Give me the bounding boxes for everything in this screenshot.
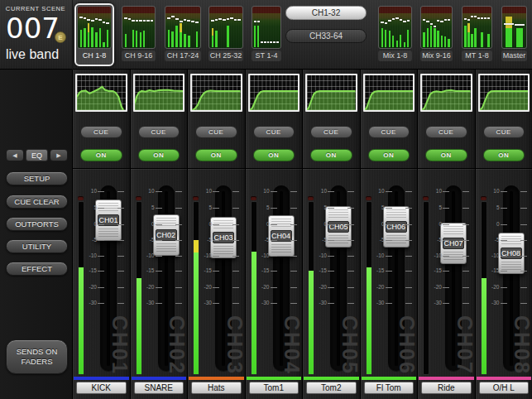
cue-clear-button[interactable]: CUE CLEAR (6, 195, 68, 209)
eq-curve-thumbnail[interactable] (305, 74, 357, 112)
fader-scale-tick (156, 287, 162, 288)
sidebar: ◀ EQ ▶ SETUPCUE CLEAROUTPORTSUTILITYEFFE… (0, 70, 73, 399)
cue-button[interactable]: CUE (195, 126, 237, 138)
mini-meter-bar (218, 8, 222, 47)
view-button-ch1-32[interactable]: CH1-32 (285, 6, 367, 20)
fader-scale-label: -30 (371, 300, 385, 305)
on-button[interactable]: ON (195, 149, 237, 161)
fader-scale-label: -15 (429, 267, 442, 273)
bank-tab-mix-9-16[interactable]: Mix 9-16 (418, 3, 455, 66)
on-button[interactable]: ON (310, 149, 352, 161)
outports-button[interactable]: OUTPORTS (6, 217, 68, 231)
sends-on-faders-button[interactable]: SENDS ON FADERS (6, 339, 68, 374)
fader-scale-tick (520, 240, 527, 241)
mini-meter-bar (471, 8, 473, 47)
cue-button[interactable]: CUE (483, 126, 525, 138)
fader-scale-tick (520, 287, 527, 288)
fader-cap[interactable]: CH08 (498, 233, 525, 274)
strip-divider (418, 168, 475, 169)
fader-scale-tick (347, 303, 354, 304)
bank-tab-mix-1-8[interactable]: Mix 1-8 (376, 3, 415, 66)
on-button[interactable]: ON (483, 149, 525, 161)
fader-scale-tick (175, 191, 182, 192)
fader-cap[interactable]: CH04 (268, 215, 295, 257)
cue-button[interactable]: CUE (80, 126, 122, 138)
mini-meter-bar (381, 8, 384, 47)
mini-meter-bar (143, 8, 146, 47)
mini-meter-bar (276, 8, 279, 47)
bank-tab-ch-1-8[interactable]: CH 1-8 (74, 3, 114, 66)
bank-tab-mini-meter (501, 6, 527, 49)
channel-name[interactable]: KICK (76, 382, 127, 394)
channel-color-bar (419, 377, 474, 380)
fader-scale-tick (117, 208, 124, 209)
bank-tab-ch-25-32[interactable]: CH 25-32 (206, 3, 246, 66)
channel-color-bar (304, 377, 359, 380)
channel-name[interactable]: O/H L (479, 382, 530, 394)
eq-curve-thumbnail[interactable] (75, 74, 127, 112)
on-button[interactable]: ON (253, 149, 295, 161)
scene-number: 007 (6, 12, 60, 45)
channel-name[interactable]: Fl Tom (364, 382, 415, 394)
eq-curve-thumbnail[interactable] (248, 74, 300, 112)
fader-scale-tick (213, 224, 219, 225)
fader-cap[interactable]: CH07 (440, 223, 467, 264)
mini-meter-bar (184, 8, 187, 47)
fader-scale-tick (386, 240, 392, 241)
view-button-ch33-64[interactable]: CH33-64 (285, 29, 367, 43)
channel-name[interactable]: SNARE (134, 382, 185, 394)
channel-color-bar (247, 377, 302, 380)
fader-cap[interactable]: CH05 (325, 206, 352, 248)
eq-prev-arrow-icon[interactable]: ◀ (6, 149, 24, 161)
cue-button[interactable]: CUE (368, 126, 410, 138)
fader-cap[interactable]: CH03 (210, 217, 237, 258)
eq-curve-thumbnail[interactable] (190, 74, 242, 112)
fader-scale-tick (175, 256, 182, 257)
eq-curve-thumbnail[interactable] (478, 74, 530, 112)
fader-scale-tick (271, 303, 277, 304)
fader-scale-tick (328, 303, 334, 304)
channel-name[interactable]: Ride (421, 382, 472, 394)
fader-cap[interactable]: CH06 (383, 206, 410, 248)
eq-next-arrow-icon[interactable]: ▶ (50, 149, 68, 161)
fader-scale-tick (117, 287, 124, 288)
channel-name[interactable]: Hats (191, 382, 242, 394)
effect-button[interactable]: EFFECT (6, 262, 68, 276)
fader-cap[interactable]: CH01 (95, 200, 122, 241)
bank-tab-ch-9-16[interactable]: CH 9-16 (119, 3, 158, 66)
fader-cap[interactable]: CH02 (153, 214, 180, 256)
cue-button[interactable]: CUE (425, 126, 467, 138)
fader-scale-label: -5 (486, 237, 500, 243)
fader-scale-tick (290, 287, 297, 288)
fader-scale-tick (98, 256, 104, 257)
fader-scale-tick (501, 271, 507, 272)
fader-scale-tick (405, 240, 412, 241)
setup-button[interactable]: SETUP (6, 171, 68, 185)
fader-scale-tick (443, 240, 449, 241)
mini-meter-bar (132, 8, 135, 47)
fader-scale-tick (328, 191, 334, 192)
fader-scale-label: -30 (141, 300, 155, 305)
bank-tab-st-1-4[interactable]: ST 1-4 (249, 3, 284, 66)
cue-button[interactable]: CUE (253, 126, 295, 138)
eq-curve-thumbnail[interactable] (420, 74, 472, 112)
eq-curve-thumbnail[interactable] (363, 74, 415, 112)
bank-tab-master[interactable]: Master (499, 3, 530, 66)
on-button[interactable]: ON (138, 149, 180, 161)
utility-button[interactable]: UTILITY (6, 239, 68, 253)
cue-button[interactable]: CUE (310, 126, 352, 138)
cue-button[interactable]: CUE (138, 126, 180, 138)
fader-scale-label: -5 (256, 237, 270, 243)
channel-strips: CUE ON CH01 CH01 1050-5-10-15-20-30 KICK… (73, 70, 532, 399)
bank-tab-label: MT 1-8 (462, 50, 492, 61)
fader-scale-tick (443, 303, 449, 304)
on-button[interactable]: ON (80, 149, 122, 161)
on-button[interactable]: ON (368, 149, 410, 161)
channel-name[interactable]: Tom2 (306, 382, 357, 394)
channel-name[interactable]: Tom1 (249, 382, 300, 394)
fader-scale-label: 0 (371, 221, 385, 227)
bank-tab-mt-1-8[interactable]: MT 1-8 (459, 3, 495, 66)
on-button[interactable]: ON (425, 149, 467, 161)
bank-tab-ch-17-24[interactable]: CH 17-24 (162, 3, 204, 66)
eq-curve-thumbnail[interactable] (133, 74, 185, 112)
